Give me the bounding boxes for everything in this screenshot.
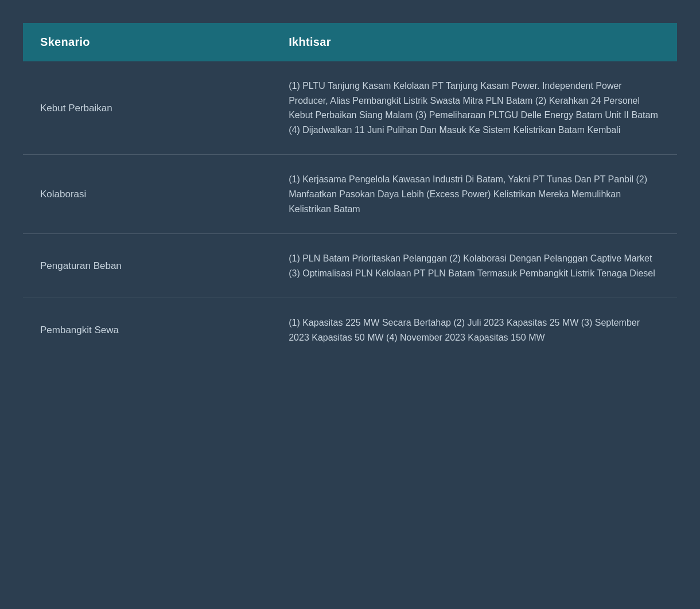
table-row: Kebut Perbaikan(1) PLTU Tanjung Kasam Ke…: [23, 61, 677, 155]
ikhtisar-cell: (1) Kapasitas 225 MW Secara Bertahap (2)…: [271, 298, 677, 362]
ikhtisar-cell: (1) Kerjasama Pengelola Kawasan Industri…: [271, 155, 677, 234]
skenario-table: Skenario Ikhtisar Kebut Perbaikan(1) PLT…: [23, 23, 677, 362]
main-table-container: Skenario Ikhtisar Kebut Perbaikan(1) PLT…: [23, 23, 677, 362]
table-row: Pembangkit Sewa(1) Kapasitas 225 MW Seca…: [23, 298, 677, 362]
skenario-cell: Kolaborasi: [23, 155, 271, 234]
table-row: Pengaturan Beban(1) PLN Batam Prioritask…: [23, 234, 677, 298]
ikhtisar-cell: (1) PLTU Tanjung Kasam Kelolaan PT Tanju…: [271, 61, 677, 155]
ikhtisar-cell: (1) PLN Batam Prioritaskan Pelanggan (2)…: [271, 234, 677, 298]
skenario-cell: Kebut Perbaikan: [23, 61, 271, 155]
skenario-cell: Pembangkit Sewa: [23, 298, 271, 362]
table-row: Kolaborasi(1) Kerjasama Pengelola Kawasa…: [23, 155, 677, 234]
table-header-row: Skenario Ikhtisar: [23, 23, 677, 61]
header-ikhtisar: Ikhtisar: [271, 23, 677, 61]
skenario-cell: Pengaturan Beban: [23, 234, 271, 298]
header-skenario: Skenario: [23, 23, 271, 61]
